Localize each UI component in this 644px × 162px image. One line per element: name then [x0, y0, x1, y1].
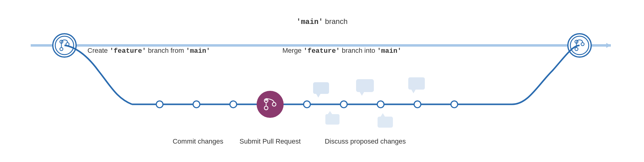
merge-feature-label: Merge 'feature' branch into 'main' [282, 47, 402, 55]
comment-bubble-2 [325, 111, 339, 125]
svg-rect-21 [408, 77, 425, 90]
svg-marker-18 [360, 92, 364, 96]
svg-marker-20 [381, 113, 385, 117]
svg-marker-14 [316, 94, 320, 98]
commit-node-5 [340, 101, 347, 108]
submit-pr-label: Submit Pull Request [239, 137, 301, 145]
commit-node-8 [451, 101, 458, 108]
commit-node-4 [304, 101, 310, 108]
pr-node [257, 91, 284, 118]
svg-rect-17 [356, 79, 374, 92]
svg-rect-15 [325, 114, 339, 125]
discuss-label: Discuss proposed changes [325, 137, 406, 145]
svg-rect-19 [378, 117, 393, 128]
main-branch-label: 'main' branch [297, 17, 347, 26]
svg-rect-13 [313, 82, 329, 94]
svg-marker-16 [328, 111, 332, 114]
commit-node-2 [193, 101, 200, 108]
commit-node-6 [377, 101, 384, 108]
main-branch-arrow [606, 43, 611, 48]
commit-changes-label: Commit changes [173, 137, 223, 145]
comment-bubble-1 [313, 82, 329, 98]
diagram-container: 'main' branch Create 'feature' branch fr… [0, 0, 644, 162]
comment-bubble-5 [408, 77, 425, 93]
commit-node-1 [156, 101, 163, 108]
commit-node-7 [414, 101, 421, 108]
comment-bubble-4 [378, 113, 393, 128]
svg-marker-22 [411, 90, 416, 93]
feature-branch-right-curve [512, 45, 580, 104]
create-feature-label: Create 'feature' branch from 'main' [87, 47, 210, 55]
comment-bubble-3 [356, 79, 374, 96]
commit-node-3 [230, 101, 237, 108]
